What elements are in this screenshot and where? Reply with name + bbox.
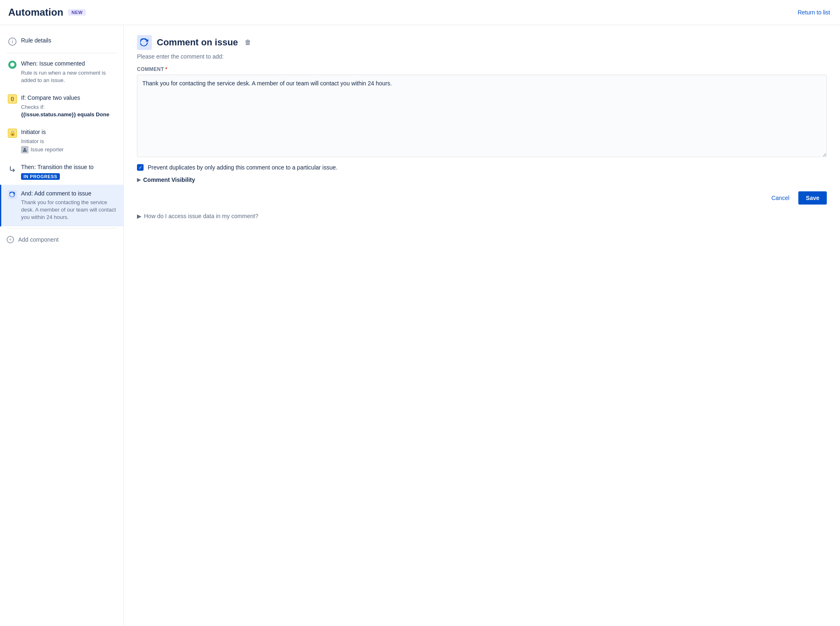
sidebar-divider-2 bbox=[7, 228, 117, 228]
prevent-duplicates-checkbox[interactable]: ✓ bbox=[137, 164, 144, 171]
prevent-duplicates-row: ✓ Prevent duplicates by only adding this… bbox=[137, 164, 827, 171]
sidebar-add-component[interactable]: + Add component bbox=[0, 230, 123, 249]
issue-reporter-row: Issue reporter bbox=[21, 146, 117, 153]
sidebar-initiator-desc: Initiator is Issue reporter bbox=[21, 138, 117, 153]
transition-icon bbox=[8, 164, 17, 173]
circle-info-icon: i bbox=[8, 37, 17, 46]
sidebar-item-when[interactable]: When: Issue commented Rule is run when a… bbox=[0, 55, 123, 89]
comment-form: Comment * Thank you for contacting the s… bbox=[137, 66, 827, 219]
app-container: Automation NEW Return to list i Rule det… bbox=[0, 0, 840, 626]
chevron-help-icon: ▶ bbox=[137, 213, 142, 219]
sidebar-divider-1 bbox=[7, 53, 117, 53]
sidebar-item-rule-details[interactable]: i Rule details bbox=[0, 32, 123, 51]
new-badge: NEW bbox=[68, 9, 86, 16]
return-to-list-link[interactable]: Return to list bbox=[798, 9, 830, 16]
action-header: Comment on issue 🗑 bbox=[137, 35, 827, 50]
sidebar-initiator-title: Initiator is bbox=[21, 128, 117, 136]
add-circle-icon: + bbox=[7, 236, 14, 243]
braces-icon: {} bbox=[8, 94, 17, 104]
delete-icon[interactable]: 🗑 bbox=[243, 37, 253, 48]
sidebar-initiator-line1: Initiator is bbox=[21, 138, 44, 144]
chevron-right-icon: ▶ bbox=[137, 177, 141, 183]
required-star: * bbox=[165, 66, 168, 72]
comment-icon bbox=[8, 60, 17, 69]
header-left: Automation NEW bbox=[8, 7, 86, 18]
comment-visibility-toggle[interactable]: ▶ Comment Visibility bbox=[137, 177, 827, 183]
prevent-duplicates-label: Prevent duplicates by only adding this c… bbox=[148, 164, 337, 171]
sidebar-item-initiator[interactable]: 🔒 Initiator is Initiator is bbox=[0, 123, 123, 158]
sidebar-when-title: When: Issue commented bbox=[21, 60, 117, 68]
lock-icon: 🔒 bbox=[8, 129, 17, 138]
help-row[interactable]: ▶ How do I access issue data in my comme… bbox=[137, 213, 827, 219]
sidebar-rule-details-title: Rule details bbox=[21, 37, 117, 45]
person-icon bbox=[21, 146, 28, 153]
action-subtitle: Please enter the comment to add: bbox=[137, 53, 827, 60]
sidebar-if-desc-bold: {{issue.status.name}} equals Done bbox=[21, 111, 109, 118]
sidebar-reporter-label: Issue reporter bbox=[31, 146, 64, 153]
sidebar-then-title: Then: Transition the issue to bbox=[21, 163, 117, 172]
cancel-button[interactable]: Cancel bbox=[767, 191, 795, 205]
main-layout: i Rule details When: Issue commen bbox=[0, 25, 840, 626]
header: Automation NEW Return to list bbox=[0, 0, 840, 25]
sidebar: i Rule details When: Issue commen bbox=[0, 25, 124, 626]
sidebar-and-desc: Thank you for contacting the service des… bbox=[21, 199, 117, 221]
sidebar-item-and[interactable]: And: Add comment to issue Thank you for … bbox=[0, 185, 123, 226]
action-title: Comment on issue bbox=[157, 37, 238, 48]
help-label: How do I access issue data in my comment… bbox=[144, 213, 258, 219]
comment-textarea[interactable]: Thank you for contacting the service des… bbox=[137, 75, 827, 157]
sidebar-if-title: If: Compare two values bbox=[21, 94, 117, 102]
comment-visibility-label: Comment Visibility bbox=[143, 177, 195, 183]
comment-label: Comment * bbox=[137, 66, 827, 72]
refresh-small-icon bbox=[8, 190, 17, 199]
app-title: Automation bbox=[8, 7, 63, 18]
add-component-label: Add component bbox=[18, 236, 59, 243]
sidebar-item-if[interactable]: {} If: Compare two values Checks if: {{i… bbox=[0, 89, 123, 123]
sidebar-item-then[interactable]: Then: Transition the issue to IN PROGRES… bbox=[0, 158, 123, 185]
sidebar-and-title: And: Add comment to issue bbox=[21, 190, 117, 198]
sidebar-when-desc: Rule is run when a new comment is added … bbox=[21, 69, 117, 84]
save-button[interactable]: Save bbox=[798, 191, 827, 205]
svg-point-0 bbox=[24, 148, 26, 150]
form-actions: Cancel Save bbox=[137, 191, 827, 205]
in-progress-badge: IN PROGRESS bbox=[21, 173, 60, 180]
sidebar-if-desc-prefix: Checks if: bbox=[21, 104, 45, 110]
action-icon-large bbox=[137, 35, 152, 50]
main-content: Comment on issue 🗑 Please enter the comm… bbox=[124, 25, 840, 626]
sidebar-if-desc: Checks if: {{issue.status.name}} equals … bbox=[21, 104, 117, 118]
